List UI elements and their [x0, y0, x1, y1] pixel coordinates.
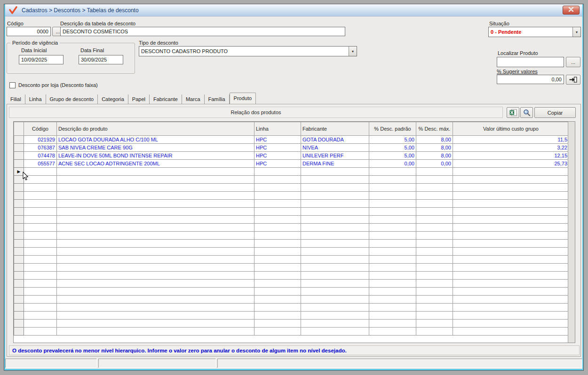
row-selector-cell[interactable] [14, 280, 24, 288]
grid-cell[interactable]: 0,00 [416, 160, 453, 168]
grid-cell[interactable] [254, 312, 301, 320]
grid-cell[interactable] [301, 216, 369, 224]
descricao-input[interactable]: DESCONTO COSMÉTICOS [60, 27, 345, 36]
grid-cell[interactable] [453, 168, 569, 176]
grid-cell[interactable] [416, 240, 453, 248]
grid-cell[interactable] [453, 184, 569, 192]
grid-cell[interactable] [369, 320, 416, 328]
grid-cell[interactable] [57, 240, 254, 248]
apply-values-button[interactable] [566, 75, 580, 85]
grid-cell[interactable] [254, 168, 301, 176]
grid-cell[interactable] [369, 224, 416, 232]
grid-cell[interactable] [24, 288, 57, 296]
grid-cell[interactable]: 8,00 [416, 136, 453, 144]
row-selector-cell[interactable] [14, 328, 24, 336]
tab-filial[interactable]: Filial [7, 94, 25, 104]
grid-cell[interactable] [301, 176, 369, 184]
grid-cell[interactable]: SAB NIVEA CREME CARE 90G [57, 144, 254, 152]
localizar-produto-input[interactable] [497, 57, 564, 67]
grid-cell[interactable]: 5,00 [369, 152, 416, 160]
sugerir-valores-input[interactable]: 0,00 [497, 75, 564, 84]
grid-cell[interactable] [254, 296, 301, 304]
grid-cell[interactable]: 8,00 [416, 144, 453, 152]
grid-cell[interactable] [369, 240, 416, 248]
row-selector-cell[interactable] [14, 136, 24, 144]
grid-cell[interactable] [369, 264, 416, 272]
desconto-loja-checkbox[interactable] [9, 82, 16, 88]
grid-cell[interactable] [453, 248, 569, 256]
grid-cell[interactable] [416, 272, 453, 280]
grid-cell[interactable] [369, 256, 416, 264]
row-selector-cell[interactable] [14, 192, 24, 200]
row-selector-cell[interactable] [14, 200, 24, 208]
grid-cell[interactable] [24, 312, 57, 320]
tab-categoria[interactable]: Categoria [98, 94, 128, 104]
tab-marca[interactable]: Marca [182, 94, 205, 104]
grid-cell[interactable] [369, 216, 416, 224]
grid-cell[interactable] [416, 280, 453, 288]
grid-cell[interactable] [57, 272, 254, 280]
grid-cell[interactable] [453, 280, 569, 288]
grid-cell[interactable] [453, 328, 569, 336]
grid-cell[interactable] [416, 296, 453, 304]
grid-cell[interactable] [416, 312, 453, 320]
grid-cell[interactable] [254, 240, 301, 248]
grid-cell[interactable] [453, 264, 569, 272]
row-selector-cell[interactable] [14, 320, 24, 328]
grid-column-header-linha[interactable]: Linha [254, 122, 301, 136]
grid-cell[interactable] [57, 256, 254, 264]
grid-cell[interactable] [416, 304, 453, 312]
grid-cell[interactable] [453, 304, 569, 312]
row-selector-cell[interactable] [14, 256, 24, 264]
grid-cell[interactable]: 5,00 [369, 136, 416, 144]
grid-cell[interactable] [416, 256, 453, 264]
export-excel-button[interactable] [507, 107, 519, 118]
grid-cell[interactable]: 021929 [24, 136, 57, 144]
grid-cell[interactable] [57, 216, 254, 224]
grid-cell[interactable] [254, 208, 301, 216]
grid-cell[interactable] [24, 248, 57, 256]
row-selector-cell[interactable] [14, 240, 24, 248]
grid-cell[interactable] [416, 288, 453, 296]
grid-column-header-fabricante[interactable]: Fabricante [301, 122, 369, 136]
grid-cell[interactable] [369, 184, 416, 192]
grid-cell[interactable] [301, 272, 369, 280]
grid-cell[interactable] [301, 312, 369, 320]
row-selector-cell[interactable] [14, 184, 24, 192]
tab-linha[interactable]: Linha [25, 94, 46, 104]
grid-cell[interactable] [416, 328, 453, 336]
grid-cell[interactable] [57, 280, 254, 288]
grid-cell[interactable] [301, 320, 369, 328]
grid-cell[interactable] [24, 192, 57, 200]
grid-cell[interactable] [416, 168, 453, 176]
grid-cell[interactable] [301, 248, 369, 256]
row-selector-cell[interactable] [14, 248, 24, 256]
grid-cell[interactable] [369, 168, 416, 176]
row-selector-cell[interactable] [14, 216, 24, 224]
grid-cell[interactable]: NIVEA [301, 144, 369, 152]
grid-cell[interactable] [57, 312, 254, 320]
grid-cell[interactable] [301, 264, 369, 272]
grid-cell[interactable] [254, 256, 301, 264]
row-selector-cell[interactable] [14, 272, 24, 280]
grid-cell[interactable]: DERMA FINE [301, 160, 369, 168]
grid-cell[interactable] [24, 208, 57, 216]
grid-cell[interactable] [254, 184, 301, 192]
grid-cell[interactable] [24, 296, 57, 304]
grid-cell[interactable] [301, 184, 369, 192]
grid-cell[interactable] [57, 248, 254, 256]
grid-cell[interactable] [301, 304, 369, 312]
grid-cell[interactable] [369, 304, 416, 312]
row-selector-cell[interactable] [14, 232, 24, 240]
grid-cell[interactable] [453, 192, 569, 200]
grid-cell[interactable]: 074478 [24, 152, 57, 160]
grid-cell[interactable] [369, 288, 416, 296]
data-inicial-input[interactable]: 10/09/2025 [19, 55, 64, 64]
tab-papel[interactable]: Papel [128, 94, 150, 104]
grid-cell[interactable] [301, 240, 369, 248]
grid-cell[interactable] [57, 296, 254, 304]
row-selector-cell[interactable] [14, 224, 24, 232]
grid-cell[interactable] [57, 328, 254, 336]
grid-cell[interactable] [301, 224, 369, 232]
grid-cell[interactable] [369, 232, 416, 240]
